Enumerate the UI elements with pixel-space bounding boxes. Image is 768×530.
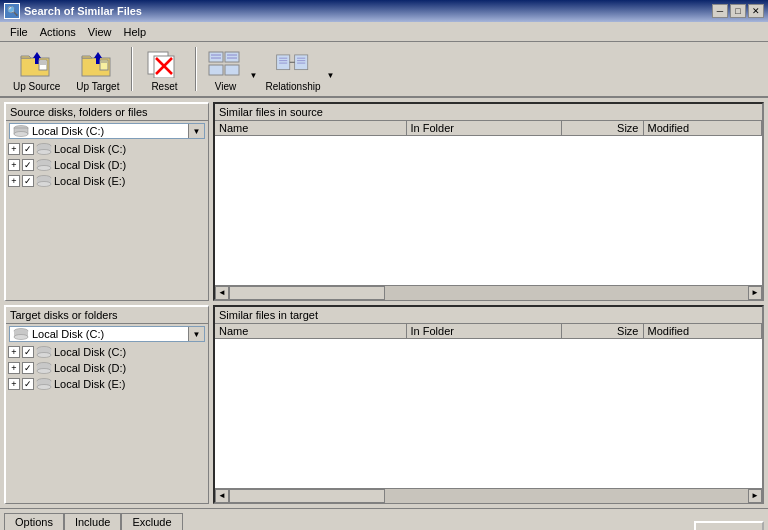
source-col-modified: Modified: [644, 121, 763, 135]
relationship-button-group[interactable]: Relationship ▼: [260, 44, 335, 95]
target-disk-display: Local Disk (C:): [10, 327, 188, 341]
app-icon: 🔍: [4, 3, 20, 19]
target-files-title: Similar files in target: [215, 307, 762, 324]
source-panel-title: Source disks, folders or files: [6, 104, 208, 121]
separator-2: [195, 47, 197, 91]
up-target-button[interactable]: Up Target: [69, 44, 126, 95]
target-expand-1[interactable]: +: [8, 362, 20, 374]
target-item-label-0: Local Disk (C:): [54, 346, 126, 358]
relationship-button[interactable]: Relationship: [260, 44, 325, 95]
up-target-label: Up Target: [76, 81, 119, 92]
source-scrollbar[interactable]: ◄ ►: [215, 285, 762, 299]
titlebar-controls: ─ □ ✕: [712, 4, 764, 18]
source-check-0[interactable]: [22, 143, 34, 155]
target-scroll-left[interactable]: ◄: [215, 489, 229, 503]
svg-rect-15: [209, 52, 223, 62]
target-scroll-track[interactable]: [229, 489, 748, 503]
svg-point-55: [37, 385, 51, 390]
svg-point-40: [37, 166, 51, 171]
left-panel: Source disks, folders or files Local Dis…: [4, 102, 209, 504]
source-col-name: Name: [215, 121, 407, 135]
tabs-row: Options Include Exclude: [4, 513, 690, 530]
target-tree-item-1: + Local Disk (D:): [6, 360, 208, 376]
svg-marker-1: [33, 52, 41, 58]
view-button-group[interactable]: View ▼: [202, 44, 258, 95]
tabs-area: Options Include Exclude General Name: [4, 513, 690, 530]
svg-rect-24: [295, 55, 308, 70]
target-disk-dropdown-arrow[interactable]: ▼: [188, 327, 204, 341]
source-check-1[interactable]: [22, 159, 34, 171]
target-col-folder: In Folder: [407, 324, 562, 338]
bottom-content: Options Include Exclude General Name: [4, 513, 764, 530]
svg-rect-16: [225, 52, 239, 62]
disk-icon: [13, 125, 29, 137]
close-button[interactable]: ✕: [748, 4, 764, 18]
titlebar: 🔍 Search of Similar Files ─ □ ✕: [0, 0, 768, 22]
svg-rect-18: [225, 65, 239, 75]
source-check-2[interactable]: [22, 175, 34, 187]
source-col-folder: In Folder: [407, 121, 562, 135]
target-check-0[interactable]: [22, 346, 34, 358]
source-tree-item-1: + Local Disk (D:): [6, 157, 208, 173]
view-dropdown-arrow[interactable]: ▼: [248, 44, 258, 95]
up-target-icon: [80, 47, 116, 79]
menu-view[interactable]: View: [82, 25, 118, 39]
target-expand-0[interactable]: +: [8, 346, 20, 358]
source-disk-display: Local Disk (C:): [10, 124, 188, 138]
maximize-button[interactable]: □: [730, 4, 746, 18]
target-expand-2[interactable]: +: [8, 378, 20, 390]
expand-2[interactable]: +: [8, 175, 20, 187]
svg-marker-7: [94, 52, 102, 58]
reset-icon: [146, 47, 182, 79]
menu-file[interactable]: File: [4, 25, 34, 39]
source-tree-item-0: + Local Disk (C:): [6, 141, 208, 157]
up-source-button[interactable]: Up Source: [6, 44, 67, 95]
expand-1[interactable]: +: [8, 159, 20, 171]
source-disk-dropdown-arrow[interactable]: ▼: [188, 124, 204, 138]
tab-include[interactable]: Include: [64, 513, 121, 530]
target-disk-select[interactable]: Local Disk (C:) ▼: [9, 326, 205, 342]
source-col-size: Size: [562, 121, 644, 135]
target-item-label-1: Local Disk (D:): [54, 362, 126, 374]
menu-help[interactable]: Help: [117, 25, 152, 39]
source-files-header: Name In Folder Size Modified: [215, 121, 762, 136]
menu-actions[interactable]: Actions: [34, 25, 82, 39]
source-panel: Source disks, folders or files Local Dis…: [4, 102, 209, 301]
source-scroll-track[interactable]: [229, 286, 748, 300]
target-files-header: Name In Folder Size Modified: [215, 324, 762, 339]
target-files-body: [215, 339, 762, 488]
target-check-1[interactable]: [22, 362, 34, 374]
target-scroll-right[interactable]: ►: [748, 489, 762, 503]
reset-label: Reset: [151, 81, 177, 92]
start-button[interactable]: Start: [694, 521, 764, 530]
target-files-panel: Similar files in target Name In Folder S…: [213, 305, 764, 504]
minimize-button[interactable]: ─: [712, 4, 728, 18]
svg-rect-17: [209, 65, 223, 75]
source-scroll-right[interactable]: ►: [748, 286, 762, 300]
view-button[interactable]: View: [202, 44, 248, 95]
tab-options[interactable]: Options: [4, 513, 64, 530]
target-col-modified: Modified: [644, 324, 763, 338]
target-check-2[interactable]: [22, 378, 34, 390]
source-disk-select[interactable]: Local Disk (C:) ▼: [9, 123, 205, 139]
target-scroll-thumb[interactable]: [229, 489, 385, 503]
titlebar-left: 🔍 Search of Similar Files: [4, 3, 142, 19]
target-col-size: Size: [562, 324, 644, 338]
up-source-icon: [19, 47, 55, 79]
svg-point-37: [37, 150, 51, 155]
relationship-dropdown-arrow[interactable]: ▼: [325, 44, 335, 95]
svg-point-46: [14, 335, 28, 340]
source-scroll-thumb[interactable]: [229, 286, 385, 300]
reset-button[interactable]: Reset: [138, 44, 190, 95]
target-item-label-2: Local Disk (E:): [54, 378, 126, 390]
window-title: Search of Similar Files: [24, 5, 142, 17]
relationship-label: Relationship: [265, 81, 320, 92]
source-tree-item-2: + Local Disk (E:): [6, 173, 208, 189]
tab-exclude[interactable]: Exclude: [121, 513, 182, 530]
target-col-name: Name: [215, 324, 407, 338]
target-scrollbar[interactable]: ◄ ►: [215, 488, 762, 502]
expand-0[interactable]: +: [8, 143, 20, 155]
source-scroll-left[interactable]: ◄: [215, 286, 229, 300]
target-tree-item-2: + Local Disk (E:): [6, 376, 208, 392]
toolbar: Up Source Up Target: [0, 42, 768, 98]
